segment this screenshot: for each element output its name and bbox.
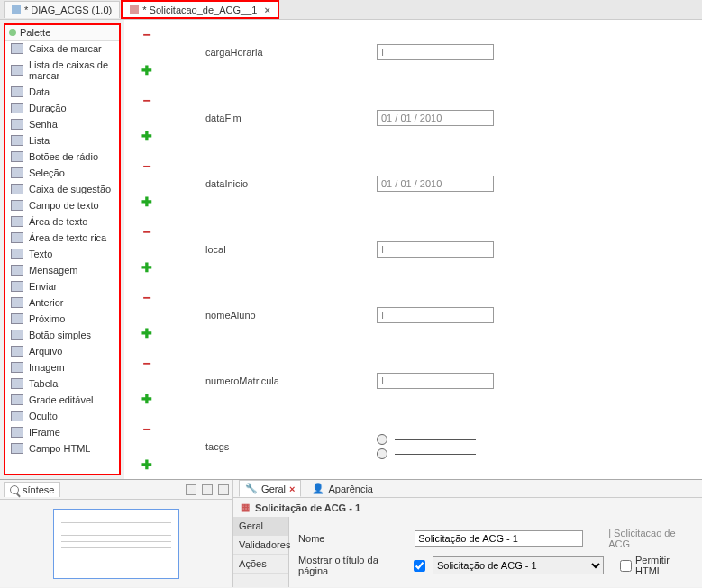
- remove-icon[interactable]: −: [142, 290, 150, 306]
- mostrar-label: Mostrar o título da página: [298, 555, 406, 576]
- field-input[interactable]: [377, 176, 494, 192]
- palette-item-label: Caixa de marcar: [29, 43, 102, 54]
- form-field-row[interactable]: −✚dataFim: [124, 86, 702, 151]
- field-input[interactable]: [377, 110, 494, 126]
- palette-item-label: Mensagem: [29, 265, 77, 276]
- palette-item-label: Área de texto rica: [29, 232, 106, 243]
- person-icon: 👤: [312, 483, 324, 494]
- side-tab-acoes[interactable]: Ações: [233, 555, 288, 574]
- palette-item[interactable]: Caixa de marcar: [5, 41, 119, 57]
- nome-input[interactable]: [415, 530, 583, 547]
- form-field-row[interactable]: −✚tacgs: [124, 414, 702, 479]
- diagram-icon: [12, 5, 21, 14]
- widget-icon: [11, 232, 23, 243]
- palette-item[interactable]: Área de texto rica: [5, 230, 119, 246]
- palette-item-label: Data: [29, 86, 50, 97]
- radio-option[interactable]: [377, 434, 702, 445]
- field-input[interactable]: [377, 44, 494, 60]
- palette-item[interactable]: Oculto: [5, 408, 119, 424]
- tab-aparencia[interactable]: 👤 Aparência: [306, 481, 378, 496]
- widget-icon: [11, 135, 23, 146]
- editor-tab-form[interactable]: * Solicitacao_de_ACG__1 ×: [122, 1, 278, 18]
- side-tab-validadores[interactable]: Validadores: [233, 536, 288, 555]
- remove-icon[interactable]: −: [142, 158, 150, 175]
- palette-item-label: Tabela: [29, 378, 58, 389]
- palette-item[interactable]: Mensagem: [5, 262, 119, 278]
- form-canvas[interactable]: −✚cargaHoraria−✚dataFim−✚dataInicio−✚loc…: [124, 20, 702, 479]
- widget-icon: [11, 43, 23, 54]
- palette-item-label: Botões de rádio: [29, 151, 98, 162]
- nome-label: Nome: [298, 533, 407, 544]
- field-label: numeroMatricula: [169, 375, 377, 386]
- add-icon[interactable]: ✚: [141, 457, 152, 472]
- radio-option[interactable]: [377, 448, 702, 459]
- wrench-icon: 🔧: [245, 483, 258, 494]
- palette-item[interactable]: Enviar: [5, 278, 119, 294]
- minimap[interactable]: [0, 500, 232, 587]
- palette-item[interactable]: IFrame: [5, 424, 119, 440]
- add-icon[interactable]: ✚: [141, 63, 152, 77]
- palette-item[interactable]: Lista: [5, 132, 119, 149]
- side-tab-geral[interactable]: Geral: [233, 517, 288, 536]
- properties-pane: 🔧 Geral × 👤 Aparência ▦ Solicitação de A…: [233, 480, 702, 587]
- palette-item[interactable]: Seleção: [5, 165, 119, 181]
- palette-item[interactable]: Próximo: [5, 311, 119, 327]
- palette-item[interactable]: Duração: [5, 100, 119, 116]
- widget-icon: [11, 103, 23, 113]
- form-field-row[interactable]: −✚dataInicio: [124, 151, 702, 217]
- tab-label: Aparência: [328, 484, 373, 494]
- add-icon[interactable]: ✚: [141, 260, 152, 275]
- palette-item[interactable]: Botão simples: [5, 327, 119, 343]
- add-icon[interactable]: ✚: [141, 194, 152, 209]
- palette-item[interactable]: Senha: [5, 116, 119, 132]
- palette-item[interactable]: Texto: [5, 246, 119, 262]
- palette-item[interactable]: Grade editável: [5, 392, 119, 408]
- form-field-row[interactable]: −✚nomeAluno: [124, 283, 702, 348]
- add-icon[interactable]: ✚: [141, 326, 152, 340]
- palette-item[interactable]: Caixa de sugestão: [5, 181, 119, 197]
- widget-icon: [11, 249, 23, 259]
- remove-icon[interactable]: −: [142, 421, 150, 438]
- remove-icon[interactable]: −: [142, 27, 150, 43]
- bottom-panel: síntese 🔧 Geral ×: [0, 479, 702, 587]
- palette-item[interactable]: Campo HTML: [5, 440, 119, 457]
- add-icon[interactable]: ✚: [141, 129, 152, 143]
- radio-icon: [377, 434, 387, 445]
- editor-tab-diag[interactable]: * DIAG_ACGS (1.0): [4, 1, 120, 18]
- palette-header[interactable]: Palette: [5, 25, 119, 41]
- field-label: dataInicio: [169, 178, 377, 189]
- widget-icon: [11, 346, 23, 357]
- remove-icon[interactable]: −: [142, 356, 150, 372]
- add-icon[interactable]: ✚: [141, 392, 152, 406]
- field-input[interactable]: [377, 241, 494, 258]
- mostrar-select[interactable]: Solicitação de ACG - 1: [433, 556, 604, 574]
- mostrar-checkbox[interactable]: [414, 560, 425, 572]
- palette-item[interactable]: Botões de rádio: [5, 149, 119, 165]
- remove-icon[interactable]: −: [142, 224, 150, 240]
- palette-item[interactable]: Anterior: [5, 294, 119, 311]
- palette-item[interactable]: Área de texto: [5, 213, 119, 230]
- palette-item[interactable]: Tabela: [5, 375, 119, 392]
- form-field-row[interactable]: −✚cargaHoraria: [124, 20, 702, 86]
- tool-icon-1[interactable]: [186, 484, 196, 495]
- tab-geral[interactable]: 🔧 Geral ×: [239, 480, 301, 497]
- field-label: tacgs: [169, 441, 377, 452]
- close-icon[interactable]: ×: [264, 5, 269, 15]
- close-icon[interactable]: ×: [289, 484, 295, 494]
- field-input[interactable]: [377, 307, 494, 323]
- palette-item[interactable]: Imagem: [5, 359, 119, 375]
- overview-tab[interactable]: síntese: [4, 482, 60, 497]
- form-field-row[interactable]: −✚local: [124, 217, 702, 283]
- palette-item[interactable]: Arquivo: [5, 343, 119, 359]
- form-icon: [130, 5, 139, 14]
- tool-icon-2[interactable]: [202, 484, 213, 495]
- field-input[interactable]: [377, 373, 494, 389]
- form-field-row[interactable]: −✚numeroMatricula: [124, 348, 702, 414]
- remove-icon[interactable]: −: [142, 93, 150, 109]
- palette-item-label: Arquivo: [29, 346, 62, 357]
- tool-icon-3[interactable]: [218, 484, 229, 495]
- palette-item[interactable]: Campo de texto: [5, 197, 119, 213]
- palette-item[interactable]: Lista de caixas de marcar: [5, 57, 119, 84]
- permitir-checkbox[interactable]: [620, 560, 632, 572]
- palette-item[interactable]: Data: [5, 84, 119, 100]
